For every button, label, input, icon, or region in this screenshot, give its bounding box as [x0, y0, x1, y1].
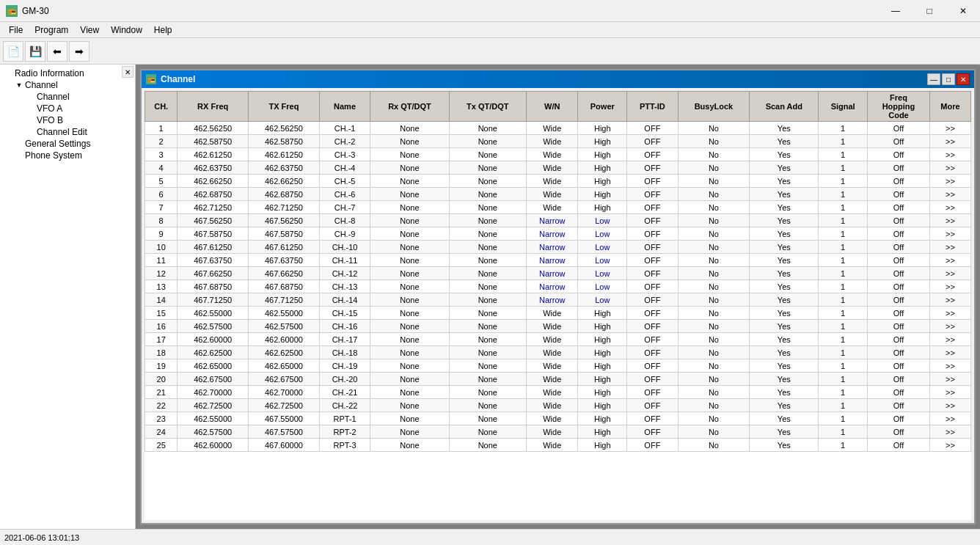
table-cell: 7: [145, 201, 178, 214]
table-cell: Wide: [527, 359, 578, 373]
table-row[interactable]: 23462.55000467.55000RPT-1NoneNoneWideHig…: [145, 412, 971, 425]
table-cell: CH.-4: [319, 161, 370, 175]
table-row[interactable]: 14467.71250467.71250CH.-14NoneNoneNarrow…: [145, 293, 971, 307]
table-row[interactable]: 16462.57500462.57500CH.-16NoneNoneWideHi…: [145, 320, 971, 333]
table-cell: High: [578, 188, 627, 201]
table-row[interactable]: 15462.55000462.55000CH.-15NoneNoneWideHi…: [145, 307, 971, 320]
table-cell: None: [449, 135, 526, 148]
table-row[interactable]: 2462.58750462.58750CH.-2NoneNoneWideHigh…: [145, 135, 971, 148]
table-cell: CH.-5: [319, 175, 370, 188]
table-cell: Yes: [750, 227, 819, 241]
menu-help[interactable]: Help: [148, 23, 178, 37]
table-cell: OFF: [627, 135, 679, 148]
table-cell: 1: [819, 373, 868, 386]
table-row[interactable]: 21462.70000462.70000CH.-21NoneNoneWideHi…: [145, 386, 971, 399]
table-row[interactable]: 11467.63750467.63750CH.-11NoneNoneNarrow…: [145, 254, 971, 267]
back-button[interactable]: ⬅: [47, 41, 67, 62]
table-cell: 1: [819, 346, 868, 359]
table-row[interactable]: 5462.66250462.66250CH.-5NoneNoneWideHigh…: [145, 175, 971, 188]
table-cell: None: [449, 333, 526, 346]
table-cell: High: [578, 386, 627, 399]
table-row[interactable]: 20462.67500462.67500CH.-20NoneNoneWideHi…: [145, 373, 971, 386]
table-row[interactable]: 6462.68750462.68750CH.-6NoneNoneWideHigh…: [145, 188, 971, 201]
table-cell: OFF: [627, 293, 679, 307]
menu-file[interactable]: File: [3, 23, 29, 37]
table-cell: 467.58750: [249, 227, 320, 241]
table-cell: OFF: [627, 241, 679, 254]
table-row[interactable]: 24462.57500467.57500RPT-2NoneNoneWideHig…: [145, 425, 971, 439]
table-cell: 1: [819, 175, 868, 188]
table-cell: 462.56250: [178, 122, 249, 135]
table-cell: None: [449, 293, 526, 307]
table-row[interactable]: 13467.68750467.68750CH.-13NoneNoneNarrow…: [145, 280, 971, 293]
table-cell: RPT-1: [319, 412, 370, 425]
table-row[interactable]: 22462.72500462.72500CH.-22NoneNoneWideHi…: [145, 399, 971, 412]
channel-close-button[interactable]: ✕: [957, 73, 970, 85]
table-row[interactable]: 25462.60000467.60000RPT-3NoneNoneWideHig…: [145, 439, 971, 452]
table-cell: None: [449, 175, 526, 188]
menu-view[interactable]: View: [74, 23, 105, 37]
table-cell: OFF: [627, 320, 679, 333]
table-cell: 21: [145, 386, 178, 399]
table-cell: OFF: [627, 201, 679, 214]
table-cell: 462.55000: [178, 412, 249, 425]
table-row[interactable]: 8467.56250467.56250CH.-8NoneNoneNarrowLo…: [145, 214, 971, 227]
menu-program[interactable]: Program: [29, 23, 74, 37]
table-cell: None: [449, 267, 526, 280]
table-row[interactable]: 7462.71250462.71250CH.-7NoneNoneWideHigh…: [145, 201, 971, 214]
table-row[interactable]: 12467.66250467.66250CH.-12NoneNoneNarrow…: [145, 267, 971, 280]
table-cell: 9: [145, 227, 178, 241]
sidebar-item-radio-info[interactable]: Radio Information: [3, 67, 120, 79]
table-cell: Off: [867, 386, 929, 399]
maximize-button[interactable]: □: [913, 0, 946, 22]
save-button[interactable]: 💾: [25, 41, 45, 62]
table-row[interactable]: 3462.61250462.61250CH.-3NoneNoneWideHigh…: [145, 148, 971, 161]
table-cell: >>: [929, 175, 970, 188]
table-cell: No: [678, 122, 750, 135]
table-cell: Wide: [527, 439, 578, 452]
sidebar-label-general-settings: General Settings: [25, 139, 90, 149]
table-row[interactable]: 1462.56250462.56250CH.-1NoneNoneWideHigh…: [145, 122, 971, 135]
table-row[interactable]: 19462.65000462.65000CH.-19NoneNoneWideHi…: [145, 359, 971, 373]
channel-minimize-button[interactable]: —: [927, 73, 940, 85]
sidebar-item-channel-edit[interactable]: Channel Edit: [3, 126, 120, 138]
table-cell: >>: [929, 320, 970, 333]
col-freq-hopping: FreqHoppingCode: [867, 92, 929, 122]
table-row[interactable]: 17462.60000462.60000CH.-17NoneNoneWideHi…: [145, 333, 971, 346]
minimize-button[interactable]: —: [879, 0, 913, 22]
table-cell: Off: [867, 307, 929, 320]
forward-button[interactable]: ➡: [69, 41, 89, 62]
table-row[interactable]: 4462.63750462.63750CH.-4NoneNoneWideHigh…: [145, 161, 971, 175]
table-cell: None: [370, 333, 449, 346]
table-cell: High: [578, 161, 627, 175]
sidebar-item-phone-system[interactable]: Phone System: [3, 150, 120, 161]
table-cell: High: [578, 175, 627, 188]
tree-toggle-radio-info: [4, 69, 13, 78]
sidebar-item-channel[interactable]: Channel: [3, 91, 120, 103]
channel-restore-button[interactable]: □: [942, 73, 955, 85]
sidebar-item-channel-parent[interactable]: ▼ Channel: [3, 79, 120, 91]
close-button[interactable]: ✕: [946, 0, 980, 22]
table-cell: Off: [867, 320, 929, 333]
sidebar-item-vfo-a[interactable]: VFO A: [3, 103, 120, 114]
table-header-row: CH. RX Freq TX Freq Name Rx QT/DQT Tx QT…: [145, 92, 971, 122]
sidebar-close-button[interactable]: ✕: [122, 66, 134, 78]
table-row[interactable]: 9467.58750467.58750CH.-9NoneNoneNarrowLo…: [145, 227, 971, 241]
table-row[interactable]: 18462.62500462.62500CH.-18NoneNoneWideHi…: [145, 346, 971, 359]
table-cell: No: [678, 267, 750, 280]
table-cell: None: [449, 280, 526, 293]
table-cell: 22: [145, 399, 178, 412]
table-cell: 12: [145, 267, 178, 280]
new-button[interactable]: 📄: [3, 41, 23, 62]
table-cell: 462.72500: [249, 399, 320, 412]
table-cell: 6: [145, 188, 178, 201]
sidebar-item-general-settings[interactable]: General Settings: [3, 138, 120, 150]
table-row[interactable]: 10467.61250467.61250CH.-10NoneNoneNarrow…: [145, 241, 971, 254]
table-cell: No: [678, 188, 750, 201]
channel-table-container[interactable]: CH. RX Freq TX Freq Name Rx QT/DQT Tx QT…: [145, 91, 971, 520]
sidebar-item-vfo-b[interactable]: VFO B: [3, 114, 120, 126]
menu-window[interactable]: Window: [105, 23, 148, 37]
table-cell: Yes: [750, 439, 819, 452]
table-cell: Narrow: [527, 280, 578, 293]
table-cell: None: [370, 359, 449, 373]
